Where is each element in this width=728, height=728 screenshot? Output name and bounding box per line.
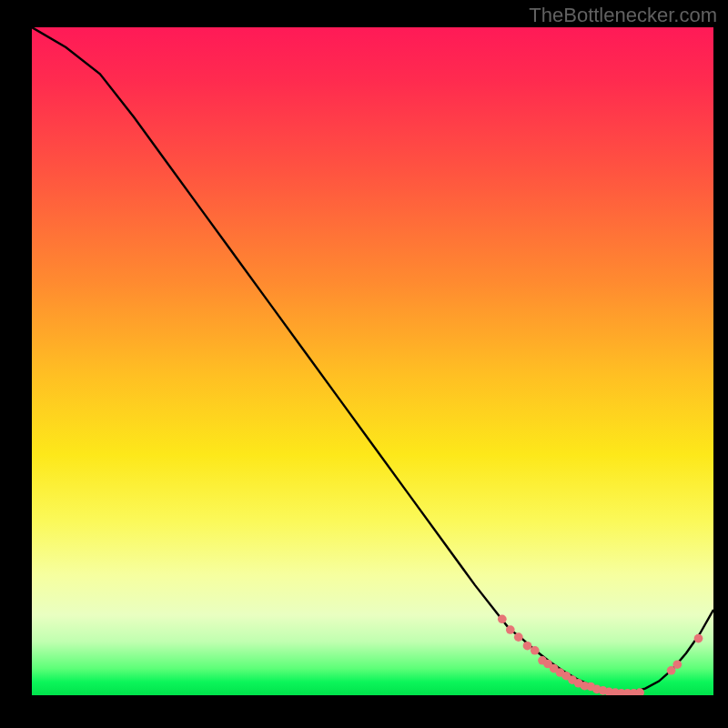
bottleneck-curve (32, 27, 713, 692)
plot-area (32, 27, 713, 695)
chart-overlay (32, 27, 713, 695)
data-point (694, 634, 703, 643)
plot-inner (32, 27, 713, 695)
data-point (672, 660, 682, 669)
curve-layer (32, 27, 713, 692)
data-point (531, 646, 540, 655)
data-point (506, 625, 515, 634)
watermark-text: TheBottlenecker.com (529, 4, 717, 27)
points-layer (498, 615, 703, 695)
data-point (514, 632, 523, 642)
data-point (523, 642, 532, 651)
chart-frame: TheBottlenecker.com (0, 0, 728, 728)
data-point (498, 615, 507, 624)
